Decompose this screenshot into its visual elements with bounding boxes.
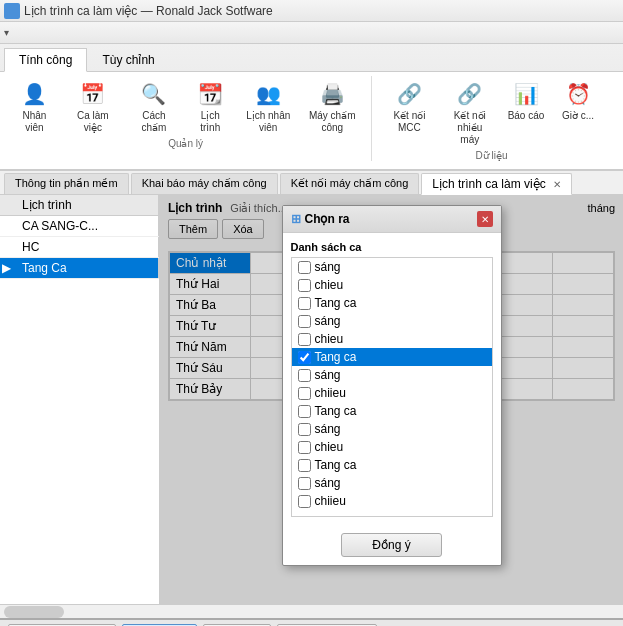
modal-list-item[interactable]: sáng [292, 420, 492, 438]
main-area: Lịch trình CA SANG-C... HC ▶ Tang Ca Lịc… [0, 195, 623, 604]
ribbon: Tính công Tùy chỉnh 👤 Nhân viên 📅 Ca làm… [0, 44, 623, 171]
ribbon-lichnhan[interactable]: 👥 Lịch nhân viên [237, 76, 299, 136]
ribbon-lichtrinh[interactable]: 📆 Lịch trình [185, 76, 235, 136]
modal-item-checkbox[interactable] [298, 261, 311, 274]
lichnhan-icon: 👥 [252, 78, 284, 110]
ribbon-baocao[interactable]: 📊 Báo cáo [501, 76, 551, 148]
left-panel-row[interactable]: ▶ Tang Ca [0, 258, 159, 279]
modal-list-item[interactable]: chiieu [292, 492, 492, 510]
modal-item-checkbox[interactable] [298, 477, 311, 490]
modal-list-item[interactable]: Tang ca [292, 294, 492, 312]
ketnoimcc-icon: 🔗 [393, 78, 425, 110]
ketnoimcc-label: Kết nối MCC [386, 110, 432, 134]
ribbon-content: 👤 Nhân viên 📅 Ca làm việc 🔍 Cách chấm 📆 … [0, 71, 623, 169]
calamviec-label: Ca làm việc [69, 110, 117, 134]
tab-tinhcong[interactable]: Tính công [4, 48, 87, 72]
modal-item-checkbox[interactable] [298, 441, 311, 454]
ribbon-calamviec[interactable]: 📅 Ca làm việc [63, 76, 123, 136]
row-name: Tang Ca [16, 258, 159, 279]
modal-list[interactable]: sángchieuTang casángchieuTang casángchii… [291, 257, 493, 517]
left-panel-row[interactable]: HC [0, 237, 159, 258]
ribbon-ketnoinhieu[interactable]: 🔗 Kết nối nhiều máy [441, 76, 499, 148]
row-name: HC [16, 237, 159, 258]
modal-item-label: Tang ca [315, 458, 357, 472]
app-icon [4, 3, 20, 19]
row-indicator [0, 216, 16, 237]
modal-list-item[interactable]: chieu [292, 330, 492, 348]
modal-list-item[interactable]: chiieu [292, 384, 492, 402]
ketnoinhieu-label: Kết nối nhiều máy [447, 110, 493, 146]
ribbon-nhanvien[interactable]: 👤 Nhân viên [8, 76, 61, 136]
modal-item-checkbox[interactable] [298, 423, 311, 436]
lichtrinh-icon: 📆 [194, 78, 226, 110]
modal-item-checkbox[interactable] [298, 279, 311, 292]
ribbon-gioc[interactable]: ⏰ Giờ c... [553, 76, 603, 148]
modal-item-checkbox[interactable] [298, 495, 311, 508]
modal-list-item[interactable]: sáng [292, 474, 492, 492]
modal-overlay: ⊞ Chọn ra ✕ Danh sách ca sángchieuTang c… [160, 195, 623, 604]
col-name-header: Lịch trình [16, 195, 159, 216]
modal-item-checkbox[interactable] [298, 333, 311, 346]
calamviec-icon: 📅 [77, 78, 109, 110]
tab-tuychỉnh[interactable]: Tùy chỉnh [87, 48, 169, 71]
baocao-label: Báo cáo [508, 110, 545, 122]
tab-ketnoimay[interactable]: Kết nối máy chấm công [280, 173, 420, 194]
modal-item-label: chieu [315, 278, 344, 292]
modal-ok-button[interactable]: Đồng ý [341, 533, 441, 557]
modal-list-item[interactable]: sáng [292, 312, 492, 330]
title-bar: Lịch trình ca làm việc — Ronald Jack Sot… [0, 0, 623, 22]
left-panel: Lịch trình CA SANG-C... HC ▶ Tang Ca [0, 195, 160, 604]
cachcham-label: Cách chấm [131, 110, 177, 134]
quanly-group-label: Quản lý [168, 138, 203, 149]
maycham-icon: 🖨️ [316, 78, 348, 110]
modal-item-label: sáng [315, 476, 341, 490]
ribbon-group-quanly: 👤 Nhân viên 📅 Ca làm việc 🔍 Cách chấm 📆 … [8, 76, 372, 161]
nhanvien-label: Nhân viên [14, 110, 55, 134]
modal-item-checkbox[interactable] [298, 351, 311, 364]
col-indicator-header [0, 195, 16, 216]
ribbon-ketnoimcc[interactable]: 🔗 Kết nối MCC [380, 76, 438, 148]
modal-item-checkbox[interactable] [298, 405, 311, 418]
left-panel-row[interactable]: CA SANG-C... [0, 216, 159, 237]
quick-access-toolbar: ▾ [0, 22, 623, 44]
modal-title: ⊞ Chọn ra [291, 212, 350, 226]
modal-list-item[interactable]: chieu [292, 438, 492, 456]
modal-footer: Đồng ý [283, 525, 501, 565]
modal-item-label: chiieu [315, 494, 346, 508]
modal-item-label: sáng [315, 260, 341, 274]
modal-list-item[interactable]: sáng [292, 366, 492, 384]
modal-item-label: sáng [315, 368, 341, 382]
modal-item-checkbox[interactable] [298, 315, 311, 328]
chonra-modal: ⊞ Chọn ra ✕ Danh sách ca sángchieuTang c… [282, 205, 502, 566]
modal-list-item[interactable]: sáng [292, 258, 492, 276]
modal-header[interactable]: ⊞ Chọn ra ✕ [283, 206, 501, 233]
ribbon-maycham[interactable]: 🖨️ Máy chấm công [301, 76, 363, 136]
modal-item-checkbox[interactable] [298, 297, 311, 310]
modal-item-label: sáng [315, 422, 341, 436]
modal-item-checkbox[interactable] [298, 369, 311, 382]
horizontal-scrollbar[interactable] [0, 604, 623, 618]
gioc-label: Giờ c... [562, 110, 594, 122]
modal-list-item[interactable]: Tang ca [292, 348, 492, 366]
modal-item-label: sáng [315, 314, 341, 328]
dulieu-group-label: Dữ liệu [476, 150, 508, 161]
maycham-label: Máy chấm công [307, 110, 357, 134]
modal-item-checkbox[interactable] [298, 387, 311, 400]
nhanvien-icon: 👤 [18, 78, 50, 110]
tab-thongtin[interactable]: Thông tin phần mềm [4, 173, 129, 194]
row-indicator [0, 237, 16, 258]
modal-item-checkbox[interactable] [298, 459, 311, 472]
ribbon-cachcham[interactable]: 🔍 Cách chấm [125, 76, 183, 136]
tab-khaibao[interactable]: Khai báo máy chấm công [131, 173, 278, 194]
modal-list-item[interactable]: Tang ca [292, 456, 492, 474]
bottom-bar: Chọn ca tất cả Chọn ca Xóa ca Xóa ca tất… [0, 618, 623, 626]
tab-lichtrinhca[interactable]: Lịch trình ca làm việc ✕ [421, 173, 571, 195]
gioc-icon: ⏰ [562, 78, 594, 110]
modal-list-item[interactable]: chieu [292, 276, 492, 294]
modal-section-title: Danh sách ca [291, 241, 493, 253]
modal-list-item[interactable]: Tang ca [292, 402, 492, 420]
scrollbar-thumb[interactable] [4, 606, 64, 618]
modal-close-button[interactable]: ✕ [477, 211, 493, 227]
tab-close-icon[interactable]: ✕ [553, 179, 561, 190]
tab-bar: Thông tin phần mềm Khai báo máy chấm côn… [0, 171, 623, 195]
